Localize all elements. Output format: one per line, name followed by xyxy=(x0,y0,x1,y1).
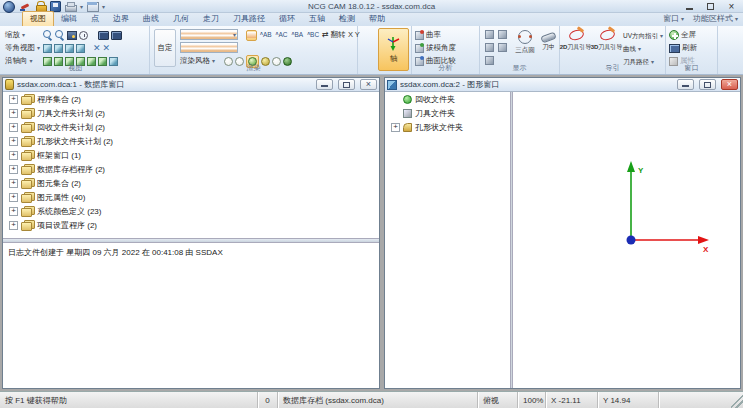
display-edges-icon[interactable] xyxy=(485,43,494,52)
database-tree[interactable]: + 程序集合 (2) + 刀具文件夹计划 (2) + 回收文件夹计划 (2) xyxy=(3,92,379,238)
tree-row[interactable]: + 框架窗口 (1) xyxy=(3,148,379,162)
minimize-button[interactable] xyxy=(679,0,700,13)
tree-row[interactable]: + 孔形状文件夹计划 (2) xyxy=(3,134,379,148)
tab-boundary[interactable]: 边界 xyxy=(106,12,136,26)
expander-icon[interactable]: + xyxy=(9,207,18,216)
app-menu-button[interactable] xyxy=(3,1,15,13)
view-ab-button[interactable]: ˄AB xyxy=(259,32,273,39)
view-monitor-icon[interactable] xyxy=(98,31,109,40)
tool-folder-icon xyxy=(403,109,412,118)
flip-xy-button[interactable]: 翻转 X Y xyxy=(331,30,360,40)
active-background-chip[interactable] xyxy=(246,30,257,41)
gfx-minimize-button[interactable] xyxy=(677,79,694,90)
db-close-button[interactable]: × xyxy=(360,79,377,90)
expander-icon[interactable]: + xyxy=(9,221,18,230)
window-menu[interactable]: 窗口▾ xyxy=(663,13,684,24)
tab-5axis[interactable]: 五轴 xyxy=(302,12,332,26)
tab-view[interactable]: 视图 xyxy=(22,11,54,26)
expander-icon[interactable]: + xyxy=(9,95,18,104)
customize-window-icon[interactable] xyxy=(87,1,98,12)
zoom-previous-icon[interactable] xyxy=(79,31,88,40)
print-icon[interactable] xyxy=(65,1,76,12)
iso-view-ne-icon[interactable] xyxy=(43,44,52,53)
expander-icon[interactable]: + xyxy=(391,123,400,132)
expander-icon[interactable]: + xyxy=(9,151,18,160)
tree-row[interactable]: + 孔形状文件夹 xyxy=(385,120,510,134)
background-style-preview[interactable] xyxy=(180,42,238,53)
expander-icon[interactable]: + xyxy=(9,179,18,188)
tab-curve[interactable]: 曲线 xyxy=(136,12,166,26)
view-monitor-alt-icon[interactable] xyxy=(111,31,122,40)
tab-geometry[interactable]: 几何 xyxy=(166,12,196,26)
display-cursor-icon[interactable] xyxy=(498,43,507,52)
close-button[interactable]: × xyxy=(721,0,742,13)
qat-customize-caret-icon[interactable]: ▾ xyxy=(102,4,105,10)
expander-icon[interactable]: + xyxy=(9,165,18,174)
zoom-out-icon[interactable] xyxy=(55,30,65,40)
expander-icon[interactable]: + xyxy=(9,137,18,146)
zoom-in-icon[interactable] xyxy=(43,30,53,40)
view-ba-button[interactable]: ˄BA xyxy=(291,32,305,39)
uv-direction-guide-dropdown[interactable]: UV方向指引▾ xyxy=(623,32,663,41)
tab-toolpath[interactable]: 刀具路径 xyxy=(226,12,272,26)
full-screen-button[interactable]: 全屏 xyxy=(681,30,696,40)
draft-angle-button[interactable]: 拔模角度 xyxy=(426,43,456,53)
tree-row[interactable]: + 刀具文件夹计划 (2) xyxy=(3,106,379,120)
view-bc-button[interactable]: ˄BC xyxy=(306,32,320,39)
iso-view-dropdown[interactable]: 等角视图▾ xyxy=(5,43,41,53)
ribbon-style-menu[interactable]: 功能区样式▾ xyxy=(693,13,738,24)
zoom-extents-icon[interactable]: ✕ xyxy=(93,44,101,53)
maximize-button[interactable] xyxy=(700,0,721,13)
gfx-restore-button[interactable] xyxy=(699,79,716,90)
curve-guide-dropdown[interactable]: 曲线▾ xyxy=(623,45,641,54)
custom-render-button[interactable]: 自定 xyxy=(154,29,176,67)
view-ac-button[interactable]: ˄AC xyxy=(275,32,289,39)
curvature-button[interactable]: 曲率 xyxy=(426,30,441,40)
zoom-dropdown[interactable]: 缩放▾ xyxy=(5,30,41,40)
zoom-extents-all-icon[interactable]: ✕ xyxy=(103,44,111,53)
tree-row[interactable]: + 回收文件夹计划 (2) xyxy=(3,120,379,134)
resize-grip[interactable] xyxy=(731,392,743,408)
expander-icon[interactable]: + xyxy=(9,123,18,132)
tab-help[interactable]: 帮助 xyxy=(362,12,392,26)
tool-center-button[interactable]: 刀中 xyxy=(538,27,559,52)
print-dropdown-caret-icon[interactable]: ▾ xyxy=(80,4,83,10)
axis-toggle-button[interactable]: 轴 xyxy=(378,28,409,71)
chevron-down-icon: ▾ xyxy=(638,46,641,52)
refresh-button[interactable]: 刷新 xyxy=(682,43,697,53)
folder-pair-icon xyxy=(21,122,34,132)
tree-row[interactable]: 回收文件夹 xyxy=(385,92,510,106)
tab-cycle[interactable]: 循环 xyxy=(272,12,302,26)
background-style-dropdown[interactable]: ▾ xyxy=(180,29,238,40)
tree-row[interactable]: + 系统颜色定义 (23) xyxy=(3,204,379,218)
tree-row[interactable]: + 项目设置程序 (2) xyxy=(3,218,379,232)
display-shade-icon[interactable] xyxy=(485,30,494,39)
tree-row[interactable]: + 图元集合 (2) xyxy=(3,176,379,190)
graphics-tree[interactable]: 回收文件夹 刀具文件夹 + 孔形状文件夹 xyxy=(385,92,510,388)
iso-view-nw-icon[interactable] xyxy=(54,44,63,53)
display-normals-icon[interactable] xyxy=(498,30,507,39)
zoom-selected-icon[interactable] xyxy=(67,31,77,40)
tree-item-label: 图元集合 (2) xyxy=(37,178,81,189)
log-pane[interactable]: 日志文件创建于 星期四 09 六月 2022 在 00:41:08 由 SSDA… xyxy=(3,243,379,388)
tab-edit[interactable]: 编辑 xyxy=(54,12,84,26)
graphics-window-titlebar[interactable]: ssdax.com.dca:2 - 图形窗口 × xyxy=(385,78,740,92)
gfx-close-button[interactable]: × xyxy=(721,79,738,90)
tab-point[interactable]: 点 xyxy=(84,12,106,26)
three-point-circle-button[interactable]: 三点圆 xyxy=(512,27,538,55)
tree-row[interactable]: + 数据库存档程序 (2) xyxy=(3,162,379,176)
tab-passes[interactable]: 走刀 xyxy=(196,12,226,26)
iso-view-sw-icon[interactable] xyxy=(76,44,85,53)
x-axis-arrow xyxy=(698,236,709,244)
expander-icon[interactable]: + xyxy=(9,193,18,202)
tree-row[interactable]: + 程序集合 (2) xyxy=(3,92,379,106)
tab-verify[interactable]: 检测 xyxy=(332,12,362,26)
iso-view-se-icon[interactable] xyxy=(65,44,74,53)
expander-icon[interactable]: + xyxy=(9,109,18,118)
tree-row[interactable]: + 图元属性 (40) xyxy=(3,190,379,204)
graphics-canvas[interactable]: Y X xyxy=(513,92,740,388)
db-restore-button[interactable] xyxy=(338,79,355,90)
database-window-titlebar[interactable]: ssdax.com.dca:1 - 数据库窗口 × xyxy=(3,78,379,92)
tree-row[interactable]: 刀具文件夹 xyxy=(385,106,510,120)
db-minimize-button[interactable] xyxy=(316,79,333,90)
